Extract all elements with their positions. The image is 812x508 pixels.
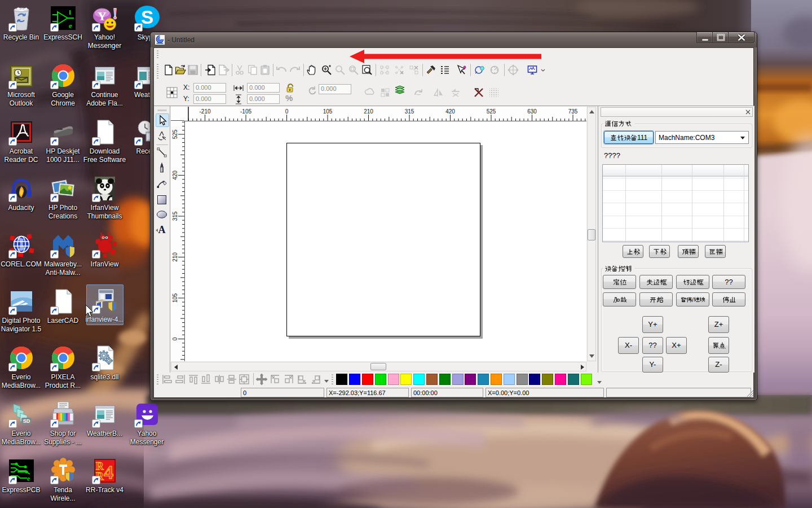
svg-text:315: 315 <box>172 211 178 221</box>
svg-text:420: 420 <box>445 108 455 115</box>
svg-text:-105: -105 <box>240 108 251 115</box>
svg-text:4: 4 <box>104 462 113 483</box>
svg-text:SD: SD <box>23 418 30 424</box>
svg-text:e: e <box>69 21 72 30</box>
svg-text:420: 420 <box>172 170 178 180</box>
svg-text:105: 105 <box>172 293 178 303</box>
svg-text:S: S <box>140 7 153 28</box>
svg-text:A: A <box>158 224 166 235</box>
svg-text:0: 0 <box>172 337 178 340</box>
svg-text:0: 0 <box>285 108 289 115</box>
svg-text:210: 210 <box>364 108 373 115</box>
svg-text:735: 735 <box>568 108 578 115</box>
svg-text:630: 630 <box>527 108 537 115</box>
svg-text:525: 525 <box>172 129 178 139</box>
svg-text:525: 525 <box>487 108 496 115</box>
svg-text:e: e <box>27 475 30 483</box>
svg-text:315: 315 <box>405 108 414 115</box>
svg-text:-210: -210 <box>199 108 210 115</box>
svg-text:105: 105 <box>323 108 333 115</box>
svg-text:210: 210 <box>172 252 178 262</box>
